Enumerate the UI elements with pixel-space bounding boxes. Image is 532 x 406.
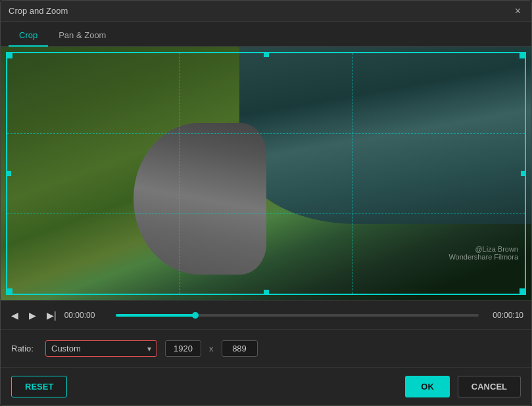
ok-button[interactable]: OK [405,376,450,397]
watermark-line2: Wondershare Filmora [448,253,518,261]
water-overlay [239,47,531,224]
x-separator: x [209,344,214,353]
reset-button[interactable]: RESET [11,376,67,397]
close-button[interactable]: × [512,5,523,18]
tab-pan-zoom[interactable]: Pan & Zoom [48,25,116,47]
dialog: Crop and Zoom × Crop Pan & Zoom @Liza Br… [0,0,532,406]
watermark-line1: @Liza Brown [475,245,518,253]
road-overlay [133,123,266,275]
rewind-button[interactable]: ◀ [9,309,21,322]
progress-handle[interactable] [192,312,199,319]
footer-bar: RESET OK CANCEL [1,367,531,405]
width-input[interactable]: 1920 [165,340,201,357]
title-bar: Crop and Zoom × [1,1,531,22]
playback-controls: ◀ ▶ ▶| 00:00:00 00:00:10 [1,300,531,329]
tab-crop[interactable]: Crop [9,25,48,47]
play-button[interactable]: ▶ [26,309,39,322]
height-input[interactable]: 889 [222,340,258,357]
cancel-button[interactable]: CANCEL [458,376,521,397]
ratio-label: Ratio: [11,344,37,353]
dropdown-icon: ▾ [147,344,151,353]
step-button[interactable]: ▶| [44,309,59,322]
tabs-bar: Crop Pan & Zoom [1,22,531,47]
right-buttons: OK CANCEL [405,376,521,397]
ratio-bar: Ratio: Custom ▾ 1920 x 889 [1,329,531,367]
ratio-selected: Custom [51,344,147,353]
ratio-select[interactable]: Custom ▾ [45,340,157,357]
current-time: 00:00:00 [64,311,110,320]
progress-bar[interactable] [116,314,479,317]
progress-fill [116,314,196,317]
watermark: @Liza Brown Wondershare Filmora [448,245,518,261]
end-time: 00:00:10 [484,311,523,320]
dialog-title: Crop and Zoom [9,6,68,16]
video-preview: @Liza Brown Wondershare Filmora [1,47,531,300]
